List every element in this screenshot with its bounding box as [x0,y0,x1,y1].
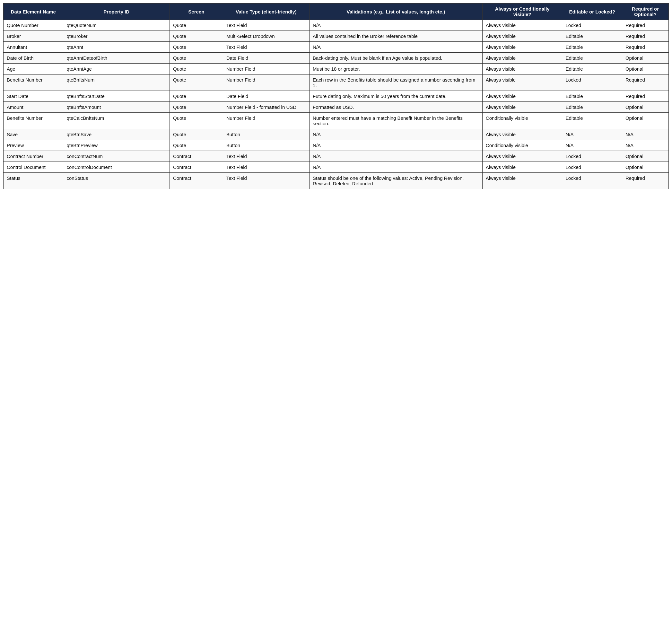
visible-cell: Always visible [482,74,562,91]
screen-cell: Quote [170,64,223,74]
validations-cell: N/A [310,140,483,151]
editable-cell: Locked [562,20,622,31]
table-row: BrokerqteBrokerQuoteMulti-Select Dropdow… [3,31,669,42]
data-element-cell: Status [3,173,63,189]
value-type-cell: Number Field [223,74,309,91]
header-editable: Editable or Locked? [562,3,622,20]
required-cell: Required [622,20,669,31]
screen-cell: Contract [170,173,223,189]
required-cell: Required [622,31,669,42]
property-id-cell: qteBtnPreview [63,140,170,151]
header-validations: Validations (e.g., List of values, lengt… [310,3,483,20]
value-type-cell: Number Field [223,64,309,74]
value-type-cell: Number Field - formatted in USD [223,102,309,113]
value-type-cell: Number Field [223,113,309,129]
data-element-cell: Start Date [3,91,63,102]
editable-cell: N/A [562,129,622,140]
editable-cell: Editable [562,42,622,53]
table-row: StatusconStatusContractText FieldStatus … [3,173,669,189]
value-type-cell: Text Field [223,20,309,31]
data-element-cell: Benefits Number [3,113,63,129]
screen-cell: Contract [170,151,223,162]
data-element-cell: Broker [3,31,63,42]
validations-cell: Future dating only. Maximum is 50 years … [310,91,483,102]
table-row: AmountqteBnftsAmountQuoteNumber Field - … [3,102,669,113]
editable-cell: Editable [562,91,622,102]
table-row: Start DateqteBnftsStartDateQuoteDate Fie… [3,91,669,102]
property-id-cell: qteAnnt [63,42,170,53]
value-type-cell: Button [223,140,309,151]
editable-cell: Locked [562,74,622,91]
validations-cell: Status should be one of the following va… [310,173,483,189]
table-row: Control DocumentconControlDocumentContra… [3,162,669,173]
editable-cell: Editable [562,53,622,64]
header-value-type: Value Type (client-friendly) [223,3,309,20]
required-cell: Optional [622,64,669,74]
header-required: Required or Optional? [622,3,669,20]
value-type-cell: Date Field [223,53,309,64]
header-data-element: Data Element Name [3,3,63,20]
validations-cell: N/A [310,20,483,31]
editable-cell: Editable [562,64,622,74]
validations-cell: Must be 18 or greater. [310,64,483,74]
required-cell: N/A [622,129,669,140]
visible-cell: Always visible [482,42,562,53]
data-element-cell: Date of Birth [3,53,63,64]
visible-cell: Always visible [482,102,562,113]
table-row: Benefits NumberqteCalcBnftsNumQuoteNumbe… [3,113,669,129]
screen-cell: Quote [170,20,223,31]
visible-cell: Always visible [482,162,562,173]
value-type-cell: Text Field [223,151,309,162]
validations-cell: N/A [310,162,483,173]
required-cell: Required [622,74,669,91]
visible-cell: Conditionally visible [482,140,562,151]
visible-cell: Always visible [482,20,562,31]
screen-cell: Quote [170,113,223,129]
table-row: Quote NumberqteQuoteNumQuoteText FieldN/… [3,20,669,31]
validations-cell: N/A [310,42,483,53]
validations-cell: Each row in the Benefits table should be… [310,74,483,91]
data-element-cell: Benefits Number [3,74,63,91]
visible-cell: Always visible [482,173,562,189]
validations-cell: Back-dating only. Must be blank if an Ag… [310,53,483,64]
table-row: Date of BirthqteAnntDateofBirthQuoteDate… [3,53,669,64]
validations-cell: N/A [310,151,483,162]
required-cell: Optional [622,102,669,113]
visible-cell: Always visible [482,31,562,42]
required-cell: Required [622,91,669,102]
editable-cell: N/A [562,140,622,151]
value-type-cell: Text Field [223,162,309,173]
editable-cell: Editable [562,113,622,129]
visible-cell: Always visible [482,64,562,74]
visible-cell: Always visible [482,91,562,102]
header-property-id: Property ID [63,3,170,20]
validations-cell: All values contained in the Broker refer… [310,31,483,42]
validations-cell: Formatted as USD. [310,102,483,113]
editable-cell: Locked [562,173,622,189]
header-screen: Screen [170,3,223,20]
screen-cell: Quote [170,42,223,53]
screen-cell: Quote [170,140,223,151]
table-row: Benefits NumberqteBnftsNumQuoteNumber Fi… [3,74,669,91]
property-id-cell: qteBnftsAmount [63,102,170,113]
property-id-cell: qteAnntAge [63,64,170,74]
screen-cell: Contract [170,162,223,173]
value-type-cell: Button [223,129,309,140]
editable-cell: Editable [562,102,622,113]
data-element-cell: Preview [3,140,63,151]
editable-cell: Editable [562,31,622,42]
screen-cell: Quote [170,53,223,64]
editable-cell: Locked [562,162,622,173]
data-element-cell: Amount [3,102,63,113]
property-id-cell: qteQuoteNum [63,20,170,31]
data-element-cell: Age [3,64,63,74]
required-cell: Required [622,173,669,189]
value-type-cell: Date Field [223,91,309,102]
required-cell: Required [622,42,669,53]
header-visible: Always or Conditionally visible? [482,3,562,20]
visible-cell: Always visible [482,53,562,64]
validations-cell: Number entered must have a matching Bene… [310,113,483,129]
property-id-cell: qteBnftsNum [63,74,170,91]
required-cell: Optional [622,151,669,162]
data-element-cell: Annuitant [3,42,63,53]
